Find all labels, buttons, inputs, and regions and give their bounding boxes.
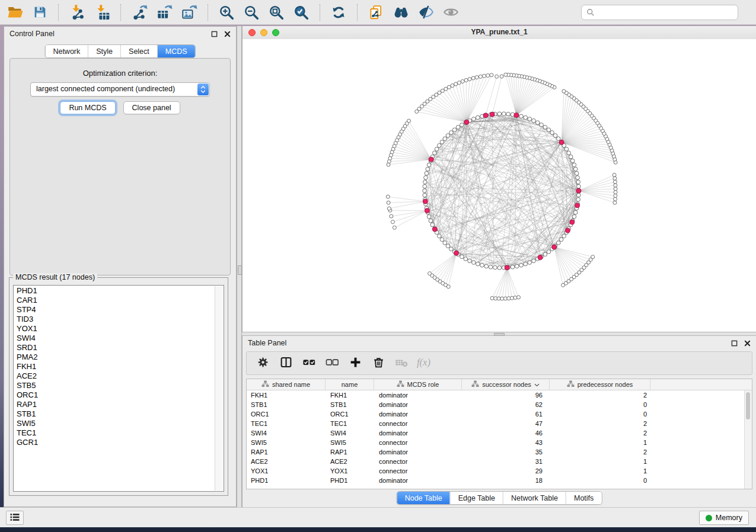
tab-style[interactable]: Style: [88, 45, 120, 57]
table-row[interactable]: SWI4SWI4dominator462: [247, 428, 752, 438]
table-toolbar: f(x): [246, 351, 752, 375]
memory-button[interactable]: Memory: [699, 511, 749, 525]
toolbar-button-export-image[interactable]: [179, 2, 199, 23]
table-toolbar-button-show-all-columns[interactable]: [300, 354, 318, 372]
toolbar-button-import-table[interactable]: [92, 2, 112, 23]
mcds-result-item[interactable]: GCR1: [17, 438, 215, 447]
mcds-result-item[interactable]: FKH1: [17, 362, 215, 371]
mcds-result-item[interactable]: CAR1: [17, 296, 215, 305]
mcds-result-item[interactable]: TEC1: [17, 428, 215, 438]
table-scrollbar-thumb[interactable]: [746, 392, 750, 419]
mcds-result-item[interactable]: TID3: [17, 315, 215, 324]
horizontal-splitter[interactable]: [242, 332, 756, 336]
table-row[interactable]: PHD1PHD1dominator180: [247, 476, 752, 485]
column-header-predecessor-nodes[interactable]: predecessor nodes: [550, 379, 650, 390]
table-row[interactable]: YOX1YOX1connector291: [247, 466, 752, 476]
table-toolbar-button-hide-all-columns[interactable]: [323, 354, 341, 372]
search-input[interactable]: [595, 7, 738, 18]
zoom-out-icon: [244, 5, 259, 20]
tab-motifs[interactable]: Motifs: [566, 492, 601, 504]
tab-select[interactable]: Select: [120, 45, 157, 57]
toolbar-button-zoom-selected[interactable]: [291, 2, 311, 23]
toolbar-button-clone-network[interactable]: [366, 2, 386, 23]
table-row[interactable]: TEC1TEC1connector472: [247, 419, 752, 428]
mcds-result-item[interactable]: STP4: [17, 305, 215, 315]
table-panel-float-button[interactable]: [731, 339, 738, 347]
toolbar-button-find-binoculars[interactable]: [391, 2, 411, 23]
tab-node-table[interactable]: Node Table: [397, 492, 450, 504]
table-cell: 2: [550, 419, 650, 428]
table-toolbar-button-select-columns[interactable]: [277, 354, 295, 372]
column-header-name[interactable]: name: [326, 379, 374, 390]
mcds-result-groupbox: MCDS result (17 nodes) PHD1CAR1STP4TID3Y…: [9, 277, 228, 496]
vertical-splitter-handle[interactable]: [238, 265, 242, 275]
tab-network-table[interactable]: Network Table: [503, 492, 566, 504]
memory-button-label: Memory: [716, 514, 742, 522]
toolbar-separator: [120, 4, 121, 21]
mcds-result-item[interactable]: STB1: [17, 409, 215, 419]
tab-mcds[interactable]: MCDS: [157, 45, 195, 57]
toolbar-button-zoom-in[interactable]: [216, 2, 237, 23]
toolbar-button-export-network[interactable]: [129, 2, 149, 23]
table-row[interactable]: SWI5SWI5connector431: [247, 438, 752, 447]
toolbar-button-zoom-fit[interactable]: [266, 2, 286, 23]
table-cell: 0: [550, 409, 650, 419]
control-panel-float-button[interactable]: [210, 30, 218, 38]
table-row[interactable]: FKH1FKH1dominator962: [247, 390, 752, 400]
table-cell: connector: [374, 438, 462, 447]
table-panel-close-button[interactable]: [744, 339, 751, 347]
network-window-titlebar: YPA_prune.txt_1: [243, 26, 756, 40]
find-binoculars-icon: [393, 4, 409, 20]
toolbar-button-open-file[interactable]: [5, 2, 25, 23]
optimization-criterion-select[interactable]: largest connected component (undirected): [30, 82, 210, 97]
toolbar-button-zoom-out[interactable]: [241, 2, 261, 23]
control-panel-close-button[interactable]: [224, 30, 231, 38]
save-session-icon: [33, 5, 47, 20]
clone-network-icon: [368, 5, 384, 20]
mcds-result-listbox: PHD1CAR1STP4TID3YOX1SWI4SRD1PMA2FKH1ACE2…: [13, 285, 224, 492]
column-header-mcds-role[interactable]: MCDS role: [374, 379, 462, 390]
table-scrollbar[interactable]: [744, 390, 752, 489]
network-canvas[interactable]: [243, 39, 756, 332]
mcds-result-item[interactable]: PMA2: [17, 352, 215, 362]
table-toolbar-button-attribute-settings[interactable]: [254, 354, 272, 372]
toolbar-button-hide-graphics-details[interactable]: [416, 2, 436, 23]
table-cell: 47: [462, 419, 550, 428]
table-cell-filler: [650, 428, 752, 438]
table-cell-filler: [650, 390, 752, 400]
mcds-result-item[interactable]: PHD1: [17, 286, 215, 296]
toolbar-button-refresh-view[interactable]: [328, 2, 349, 23]
node-table-body: FKH1FKH1dominator962STB1STB1dominator620…: [247, 390, 752, 485]
column-header-shared-name[interactable]: shared name: [247, 379, 326, 390]
mcds-result-item[interactable]: SWI4: [17, 334, 215, 343]
table-cell: ACE2: [326, 457, 374, 466]
table-cell: dominator: [374, 409, 462, 419]
toolbar-button-import-network[interactable]: [67, 2, 87, 23]
table-toolbar-button-add-row[interactable]: [346, 354, 364, 372]
control-panel-tabs: NetworkStyleSelectMCDS: [44, 44, 195, 58]
table-toolbar-button-delete-rows[interactable]: [369, 354, 387, 372]
mcds-result-item[interactable]: SRD1: [17, 343, 215, 352]
toolbar-button-export-table[interactable]: [154, 2, 174, 23]
column-header-label: predecessor nodes: [578, 381, 633, 388]
toolbar-button-save-session[interactable]: [30, 2, 50, 23]
run-mcds-button[interactable]: Run MCDS: [60, 101, 115, 114]
mcds-result-item[interactable]: STB5: [17, 381, 215, 390]
table-row[interactable]: ORC1ORC1dominator610: [247, 409, 752, 419]
tab-edge-table[interactable]: Edge Table: [450, 492, 503, 504]
mcds-result-scrollbar[interactable]: [215, 286, 223, 491]
mcds-result-item[interactable]: RAP1: [17, 400, 215, 409]
mcds-result-item[interactable]: ORC1: [17, 390, 215, 400]
mcds-result-item[interactable]: ACE2: [17, 371, 215, 381]
mcds-result-item[interactable]: YOX1: [17, 324, 215, 334]
column-header-successor-nodes[interactable]: successor nodes: [462, 379, 550, 390]
table-row[interactable]: RAP1RAP1dominator352: [247, 447, 752, 457]
table-row[interactable]: ACE2ACE2connector311: [247, 457, 752, 466]
vertical-splitter[interactable]: [237, 26, 242, 507]
close-panel-button[interactable]: Close panel: [123, 101, 180, 114]
table-row[interactable]: STB1STB1dominator620: [247, 400, 752, 409]
mcds-result-item[interactable]: SWI5: [17, 419, 215, 428]
status-list-button[interactable]: [6, 511, 24, 525]
tab-network[interactable]: Network: [45, 45, 88, 57]
table-cell: 1: [550, 438, 650, 447]
